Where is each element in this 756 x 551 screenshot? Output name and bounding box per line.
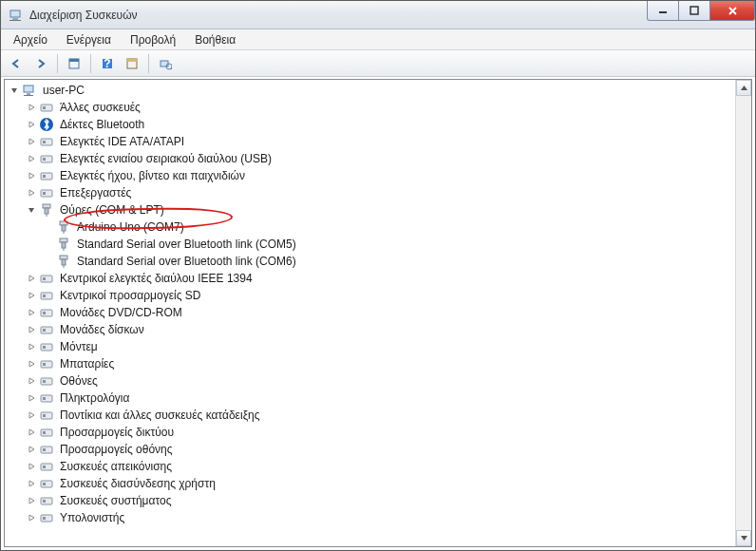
tree-category[interactable]: Ελεγκτές ενιαίου σειριακού διαύλου (USB) [7, 150, 735, 167]
expand-toggle[interactable] [24, 288, 39, 303]
device-tree[interactable]: user-PCΆλλες συσκευέςΔέκτες BluetoothΕλε… [5, 80, 735, 546]
node-label: Πληκτρολόγια [58, 390, 131, 407]
svg-rect-59 [43, 431, 46, 434]
back-button[interactable] [5, 52, 28, 75]
tree-category[interactable]: Προσαρμογείς δικτύου [7, 424, 735, 441]
expand-toggle[interactable] [24, 510, 39, 525]
tree-category[interactable]: Οθόνες [7, 372, 735, 390]
svg-rect-29 [45, 208, 48, 214]
toolbar-separator [148, 54, 149, 73]
node-icon [39, 459, 54, 474]
window-buttons [648, 1, 755, 21]
tree-category[interactable]: Πληκτρολόγια [7, 390, 735, 407]
node-icon [39, 117, 54, 132]
svg-rect-58 [41, 429, 52, 436]
tree-category[interactable]: Δέκτες Bluetooth [7, 116, 735, 133]
tree-category[interactable]: Κεντρικοί ελεγκτές διαύλου IEEE 1394 [7, 270, 735, 287]
scroll-track[interactable] [736, 96, 751, 530]
tree-port-item[interactable]: Standard Serial over Bluetooth link (COM… [7, 236, 735, 253]
expand-toggle[interactable] [24, 390, 39, 406]
svg-rect-43 [43, 294, 46, 297]
tree-category[interactable]: Άλλες συσκευές [7, 99, 735, 116]
expand-toggle[interactable] [24, 408, 39, 423]
expand-toggle[interactable] [24, 356, 39, 371]
expand-toggle[interactable] [24, 459, 39, 474]
expand-toggle[interactable] [24, 425, 39, 440]
menu-view[interactable]: Προβολή [122, 30, 184, 49]
scroll-down-button[interactable] [736, 530, 751, 546]
node-icon [39, 373, 54, 389]
forward-button[interactable] [29, 52, 52, 75]
svg-rect-52 [41, 378, 52, 385]
node-label: Κεντρικοί προσαρμογείς SD [58, 287, 202, 304]
node-label: Προσαρμογείς οθόνης [58, 441, 175, 458]
show-hide-console-button[interactable] [63, 52, 85, 75]
node-icon [56, 237, 71, 252]
expand-toggle[interactable] [24, 134, 39, 149]
scroll-up-button[interactable] [736, 80, 751, 96]
expand-toggle[interactable] [24, 271, 39, 286]
expand-toggle[interactable] [24, 168, 39, 183]
properties-button[interactable] [121, 52, 143, 75]
svg-rect-18 [43, 106, 46, 109]
expand-toggle[interactable] [24, 373, 39, 389]
tree-category[interactable]: Συσκευές απεικόνισης [7, 458, 735, 475]
close-button[interactable] [709, 1, 755, 21]
svg-rect-46 [41, 327, 52, 333]
node-icon [39, 151, 54, 166]
tree-root[interactable]: user-PC [7, 82, 735, 99]
svg-rect-2 [9, 20, 21, 21]
expand-toggle[interactable] [24, 339, 39, 354]
tree-port-item[interactable]: Arduino Uno (COM7) [7, 218, 735, 236]
tree-category[interactable]: Προσαρμογείς οθόνης [7, 441, 735, 458]
expand-toggle[interactable] [41, 219, 56, 235]
tree-category[interactable]: Υπολονιστής [7, 509, 735, 526]
tree-port-item[interactable]: Standard Serial over Bluetooth link (COM… [7, 253, 735, 270]
expand-toggle[interactable] [24, 305, 39, 320]
expand-toggle[interactable] [24, 493, 39, 508]
svg-rect-44 [41, 310, 52, 316]
tree-category[interactable]: Συσκευές διασύνδεσης χρήστη [7, 475, 735, 492]
tree-category[interactable]: Ελεγκτές IDE ATA/ATAPI [7, 133, 735, 150]
node-icon [39, 185, 54, 200]
menu-file[interactable]: Αρχείο [5, 30, 56, 49]
tree-category[interactable]: Ελεγκτές ήχου, βίντεο και παιχνιδιών [7, 167, 735, 184]
tree-category[interactable]: Συσκευές συστήματος [7, 492, 735, 509]
node-icon [39, 271, 54, 286]
node-label: Συσκευές απεικόνισης [58, 458, 174, 475]
expand-toggle[interactable] [24, 117, 39, 132]
svg-rect-28 [43, 204, 50, 208]
tree-category[interactable]: Μονάδες δίσκων [7, 321, 735, 338]
expand-toggle[interactable] [24, 151, 39, 166]
scan-hardware-button[interactable] [154, 52, 177, 75]
svg-rect-55 [43, 397, 46, 400]
node-icon [39, 408, 54, 423]
tree-category[interactable]: Μονάδες DVD/CD-ROM [7, 304, 735, 321]
minimize-button[interactable] [647, 1, 679, 21]
tree-category[interactable]: Μπαταρίες [7, 355, 735, 372]
node-icon [56, 219, 71, 235]
expand-toggle[interactable] [24, 100, 39, 115]
tree-category-ports[interactable]: Θύρες (COM & LPT) [7, 201, 735, 218]
vertical-scrollbar[interactable] [735, 80, 751, 546]
maximize-button[interactable] [678, 1, 710, 21]
tree-category[interactable]: Μόντεμ [7, 338, 735, 355]
expand-toggle[interactable] [24, 476, 39, 491]
expand-toggle[interactable] [24, 322, 39, 337]
expand-toggle[interactable] [24, 442, 39, 457]
svg-rect-34 [60, 238, 67, 242]
menu-action[interactable]: Ενέργεια [58, 30, 120, 49]
tree-category[interactable]: Κεντρικοί προσαρμογείς SD [7, 287, 735, 304]
tree-category[interactable]: Επεξεργαστές [7, 184, 735, 201]
expand-toggle[interactable] [41, 254, 56, 269]
expand-toggle[interactable] [7, 83, 22, 98]
svg-rect-20 [41, 139, 52, 145]
svg-rect-27 [43, 192, 46, 195]
expand-toggle[interactable] [24, 202, 39, 218]
menu-help[interactable]: Βοήθεια [186, 30, 244, 49]
toolbar-separator [57, 54, 58, 73]
tree-category[interactable]: Ποντίκια και άλλες συσκευές κατάδειξης [7, 407, 735, 424]
expand-toggle[interactable] [24, 185, 39, 200]
expand-toggle[interactable] [41, 237, 56, 252]
help-button[interactable]: ? [96, 52, 119, 75]
